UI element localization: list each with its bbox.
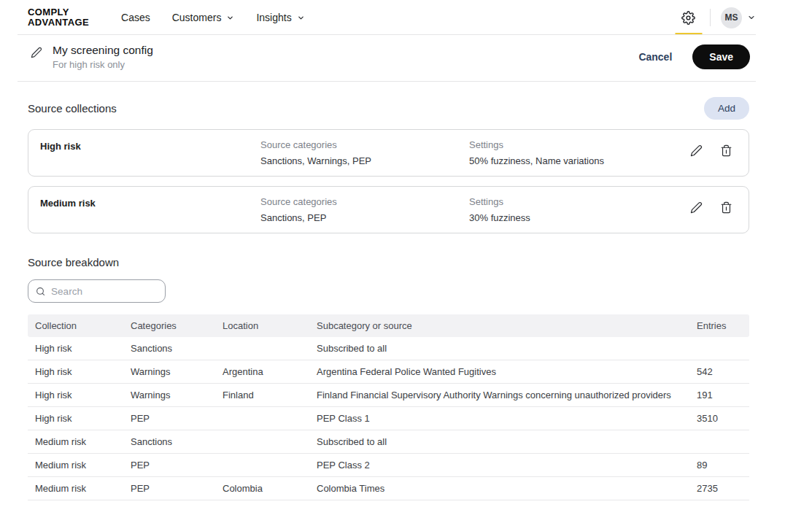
source-categories-label: Source categories [260, 196, 469, 207]
nav-item-cases-label: Cases [121, 12, 150, 23]
trash-icon [720, 144, 732, 157]
settings-value: 30% fuzziness [469, 212, 690, 223]
cell-location [215, 430, 309, 454]
main-nav: Cases Customers Insights [121, 12, 305, 23]
collection-settings-group: Settings 50% fuzziness, Name variations [469, 139, 690, 166]
column-header-subcategory: Subcategory or source [309, 314, 689, 337]
cell-location [215, 407, 309, 430]
page-title-group: My screening config For high risk only [31, 44, 153, 70]
cell-collection: Medium risk [28, 430, 123, 454]
cell-entries: 2735 [689, 477, 749, 500]
cell-collection: Medium risk [28, 477, 123, 500]
cell-categories: PEP [123, 454, 215, 477]
cell-categories: PEP [123, 407, 215, 430]
chevron-down-icon [297, 14, 305, 22]
column-header-categories: Categories [123, 314, 215, 337]
cell-categories: Sanctions [123, 430, 215, 454]
add-collection-button[interactable]: Add [704, 97, 749, 120]
table-row: Medium risk PEP PEP Class 2 89 [28, 454, 749, 477]
collection-settings-group: Settings 30% fuzziness [469, 196, 690, 223]
page-subtitle: For high risk only [53, 59, 153, 70]
table-body: High risk Sanctions Subscribed to all Hi… [28, 337, 749, 500]
settings-button[interactable] [674, 0, 703, 35]
cell-location [215, 454, 309, 477]
nav-item-insights-label: Insights [256, 12, 291, 23]
page-header-divider [18, 81, 756, 82]
cell-location: Argentina [215, 360, 309, 384]
nav-item-insights[interactable]: Insights [256, 12, 304, 23]
table-row: High risk Sanctions Subscribed to all [28, 337, 749, 360]
source-collections-title: Source collections [28, 102, 117, 115]
table-header-row: Collection Categories Location Subcatego… [28, 314, 749, 337]
cell-location [215, 337, 309, 360]
nav-item-cases[interactable]: Cases [121, 12, 150, 23]
edit-collection-button[interactable] [690, 144, 703, 157]
source-categories-label: Source categories [260, 139, 469, 150]
cell-subcategory: PEP Class 1 [309, 407, 689, 430]
page-title: My screening config [53, 44, 153, 57]
save-button[interactable]: Save [692, 44, 750, 69]
collection-name: High risk [40, 139, 260, 152]
page-header: My screening config For high risk only C… [0, 35, 812, 82]
settings-value: 50% fuzziness, Name variations [469, 155, 690, 166]
search-input[interactable] [51, 286, 158, 297]
cell-entries: 89 [689, 454, 749, 477]
cell-subcategory: Subscribed to all [309, 430, 689, 454]
pencil-icon [690, 144, 703, 157]
top-nav: COMPLY ADVANTAGE Cases Customers Insight… [0, 0, 812, 35]
settings-label: Settings [469, 139, 690, 150]
collection-name: Medium risk [40, 196, 260, 209]
edit-title-pencil-icon [31, 47, 42, 58]
chevron-down-icon [747, 13, 756, 22]
trash-icon [720, 201, 732, 214]
collection-actions [690, 196, 732, 214]
page-header-actions: Cancel Save [638, 44, 750, 69]
column-header-collection: Collection [28, 314, 123, 337]
pencil-icon [690, 201, 703, 214]
cell-location: Colombia [215, 477, 309, 500]
source-breakdown-title: Source breakdown [28, 256, 749, 268]
cell-entries [689, 337, 749, 360]
cell-location: Finland [215, 384, 309, 407]
cancel-button[interactable]: Cancel [638, 51, 672, 63]
table-row: High risk Warnings Finland Finland Finan… [28, 384, 749, 407]
avatar: MS [721, 7, 742, 28]
edit-collection-button[interactable] [690, 201, 703, 214]
collection-actions [690, 139, 732, 157]
source-categories-value: Sanctions, PEP [260, 212, 469, 223]
page-title-block: My screening config For high risk only [53, 44, 153, 70]
collection-categories-group: Source categories Sanctions, Warnings, P… [260, 139, 469, 166]
brand-logo-line2: ADVANTAGE [28, 18, 89, 28]
chevron-down-icon [226, 14, 234, 22]
cell-entries: 542 [689, 360, 749, 384]
search-box [28, 279, 166, 303]
settings-label: Settings [469, 196, 690, 207]
user-menu-button[interactable]: MS [721, 7, 756, 28]
nav-item-customers[interactable]: Customers [172, 12, 235, 23]
source-collections-header: Source collections Add [28, 97, 749, 120]
delete-collection-button[interactable] [720, 144, 732, 157]
cell-entries: 191 [689, 384, 749, 407]
cell-collection: High risk [28, 337, 123, 360]
cell-subcategory: PEP Class 2 [309, 454, 689, 477]
cell-entries: 3510 [689, 407, 749, 430]
cell-collection: High risk [28, 360, 123, 384]
collection-categories-group: Source categories Sanctions, PEP [260, 196, 469, 223]
column-header-location: Location [215, 314, 309, 337]
cell-categories: Warnings [123, 360, 215, 384]
cell-subcategory: Argentina Federal Police Wanted Fugitive… [309, 360, 689, 384]
column-header-entries: Entries [689, 314, 749, 337]
brand-logo-line1: COMPLY [28, 7, 89, 18]
delete-collection-button[interactable] [720, 201, 732, 214]
cell-subcategory: Finland Financial Supervisory Authority … [309, 384, 689, 407]
cell-subcategory: Colombia Times [309, 477, 689, 500]
source-categories-value: Sanctions, Warnings, PEP [260, 155, 469, 166]
table-row: High risk Warnings Argentina Argentina F… [28, 360, 749, 384]
table-row: High risk PEP PEP Class 1 3510 [28, 407, 749, 430]
cell-categories: PEP [123, 477, 215, 500]
brand-logo[interactable]: COMPLY ADVANTAGE [28, 7, 89, 27]
cell-entries [689, 430, 749, 454]
table-row: Medium risk Sanctions Subscribed to all [28, 430, 749, 454]
gear-icon [681, 11, 695, 25]
nav-right-group: MS [674, 0, 756, 35]
